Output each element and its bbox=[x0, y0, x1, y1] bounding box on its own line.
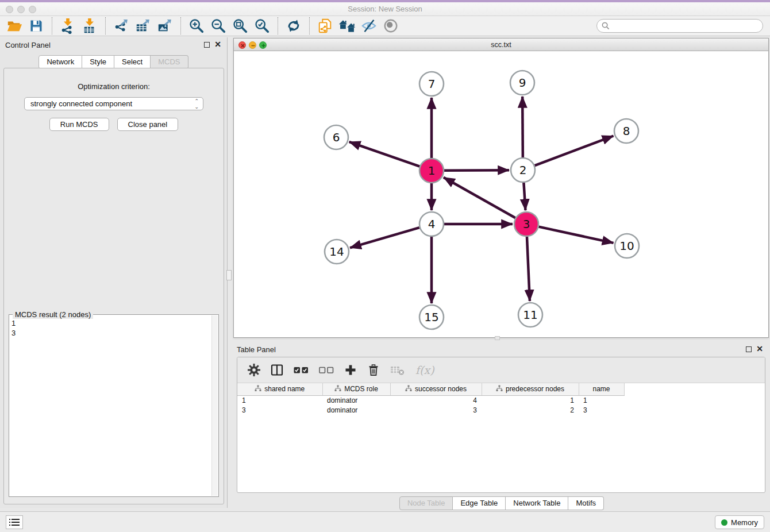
result-scrollbar[interactable] bbox=[211, 315, 218, 496]
tab-node-table[interactable]: Node Table bbox=[399, 496, 453, 510]
zoom-out-button[interactable] bbox=[207, 17, 229, 35]
table-settings-button[interactable] bbox=[248, 364, 260, 376]
apply-layout-button[interactable] bbox=[283, 17, 305, 35]
network-canvas[interactable]: 7968124314101511 bbox=[234, 51, 768, 337]
function-builder-button[interactable]: f(x) bbox=[415, 364, 434, 376]
search-field[interactable] bbox=[596, 19, 763, 33]
memory-button[interactable]: Memory bbox=[715, 515, 764, 529]
tab-network-table[interactable]: Network Table bbox=[506, 496, 568, 510]
show-columns-button[interactable] bbox=[271, 364, 283, 376]
float-panel-icon[interactable] bbox=[204, 42, 210, 48]
graph-node-2[interactable]: 2 bbox=[511, 158, 535, 182]
deselect-all-icon bbox=[319, 366, 334, 374]
show-all-button[interactable] bbox=[380, 17, 402, 35]
table-header-row: shared name MCDS role successor nodes bbox=[237, 383, 765, 395]
column-tree-icon bbox=[334, 385, 341, 392]
column-header-successor-nodes[interactable]: successor nodes bbox=[390, 383, 482, 395]
criterion-dropdown[interactable]: strongly connected component ⌃⌄ bbox=[24, 97, 203, 110]
export-image-button[interactable] bbox=[154, 17, 176, 35]
close-panel-icon[interactable]: ✕ bbox=[214, 40, 221, 48]
tab-motifs[interactable]: Motifs bbox=[568, 496, 604, 510]
graph-node-15[interactable]: 15 bbox=[419, 305, 444, 329]
column-header-mcds-role[interactable]: MCDS role bbox=[322, 383, 390, 395]
table-row[interactable]: 1dominator411 bbox=[237, 395, 765, 405]
task-history-button[interactable] bbox=[6, 515, 23, 529]
criterion-dropdown-value: strongly connected component bbox=[30, 99, 132, 108]
graph-node-10[interactable]: 10 bbox=[615, 234, 639, 258]
column-header-name[interactable]: name bbox=[579, 383, 624, 395]
column-header-shared-name[interactable]: shared name bbox=[237, 383, 322, 395]
graph-node-1[interactable]: 1 bbox=[419, 159, 444, 183]
graph-edge-2-9[interactable] bbox=[522, 97, 523, 157]
network-window-titlebar[interactable]: scc.txt bbox=[234, 38, 768, 51]
graph-node-9[interactable]: 9 bbox=[510, 71, 534, 95]
select-all-button[interactable] bbox=[294, 366, 309, 374]
float-panel-icon[interactable] bbox=[746, 346, 752, 352]
node-table: shared name MCDS role successor nodes bbox=[237, 383, 765, 415]
eye-slash-icon bbox=[361, 18, 377, 34]
toolbar-separator bbox=[105, 17, 106, 34]
table-divider-grip[interactable] bbox=[495, 336, 500, 340]
export-network-button[interactable] bbox=[110, 17, 132, 35]
destroy-table-button[interactable] bbox=[390, 364, 405, 376]
graph-edge-3-11[interactable] bbox=[527, 237, 530, 301]
import-table-button[interactable] bbox=[79, 17, 101, 35]
toolbar-separator bbox=[52, 17, 52, 34]
tab-network[interactable]: Network bbox=[38, 55, 82, 69]
mcds-result-group: MCDS result (2 nodes) 1 3 bbox=[9, 314, 219, 497]
graph-edge-2-8[interactable] bbox=[535, 136, 614, 165]
graph-edge-1-2[interactable] bbox=[444, 170, 509, 171]
run-mcds-button[interactable]: Run MCDS bbox=[49, 118, 109, 131]
export-table-icon bbox=[135, 18, 151, 34]
column-header-predecessor-nodes[interactable]: predecessor nodes bbox=[482, 383, 579, 395]
graph-node-14[interactable]: 14 bbox=[325, 240, 349, 264]
graph-edge-3-1[interactable] bbox=[444, 178, 515, 218]
graph-node-8[interactable]: 8 bbox=[614, 119, 638, 143]
save-session-button[interactable] bbox=[25, 17, 47, 35]
close-panel-icon[interactable]: ✕ bbox=[756, 345, 763, 353]
tab-style[interactable]: Style bbox=[82, 55, 114, 69]
zoom-in-button[interactable] bbox=[186, 17, 207, 35]
search-input[interactable] bbox=[610, 21, 763, 31]
control-panel-header: Control Panel ✕ bbox=[0, 37, 227, 52]
open-session-button[interactable] bbox=[3, 17, 25, 35]
graph-edge-3-10[interactable] bbox=[538, 227, 613, 243]
mcds-result-text[interactable]: 1 3 bbox=[11, 318, 210, 494]
graph-node-7[interactable]: 7 bbox=[419, 72, 444, 96]
panel-divider-grip[interactable] bbox=[226, 270, 232, 280]
zoom-selected-button[interactable] bbox=[251, 17, 273, 35]
tab-mcds[interactable]: MCDS bbox=[151, 55, 188, 69]
graph-edge-4-14[interactable] bbox=[350, 228, 419, 248]
tab-edge-table[interactable]: Edge Table bbox=[453, 496, 506, 510]
toolbar-separator bbox=[180, 17, 181, 34]
graph-node-4[interactable]: 4 bbox=[419, 212, 444, 236]
graph-node-11[interactable]: 11 bbox=[518, 303, 542, 327]
control-panel: Control Panel ✕ Network Style Select MCD… bbox=[0, 37, 228, 508]
graph-edge-1-6[interactable] bbox=[349, 142, 420, 167]
table-row[interactable]: 3dominator323 bbox=[237, 405, 765, 415]
hide-selected-button[interactable] bbox=[358, 17, 380, 35]
create-column-button[interactable] bbox=[344, 364, 357, 376]
columns-icon bbox=[271, 364, 283, 376]
zoom-fit-button[interactable] bbox=[229, 17, 251, 35]
graph-node-3[interactable]: 3 bbox=[514, 212, 538, 236]
column-header-filler bbox=[624, 383, 765, 395]
deselect-all-button[interactable] bbox=[319, 366, 334, 374]
window-title: Session: New Session bbox=[0, 5, 770, 13]
app-titlebar: Session: New Session bbox=[0, 2, 770, 16]
delete-column-button[interactable] bbox=[367, 364, 380, 376]
export-table-button[interactable] bbox=[132, 17, 154, 35]
import-network-button[interactable] bbox=[57, 17, 79, 35]
status-bar: Memory bbox=[0, 511, 770, 532]
tab-select[interactable]: Select bbox=[114, 55, 151, 69]
clone-network-button[interactable] bbox=[314, 17, 336, 35]
import-network-icon bbox=[60, 18, 76, 34]
first-neighbors-button[interactable] bbox=[336, 17, 358, 35]
graph-node-label: 4 bbox=[428, 217, 436, 231]
graph-node-6[interactable]: 6 bbox=[324, 125, 348, 149]
graph-edge-2-3[interactable] bbox=[523, 183, 525, 210]
graph-node-label: 3 bbox=[523, 217, 530, 231]
close-panel-button[interactable]: Close panel bbox=[117, 118, 179, 131]
mcds-result-title: MCDS result (2 nodes) bbox=[13, 310, 93, 319]
network-window-title: scc.txt bbox=[234, 41, 768, 49]
